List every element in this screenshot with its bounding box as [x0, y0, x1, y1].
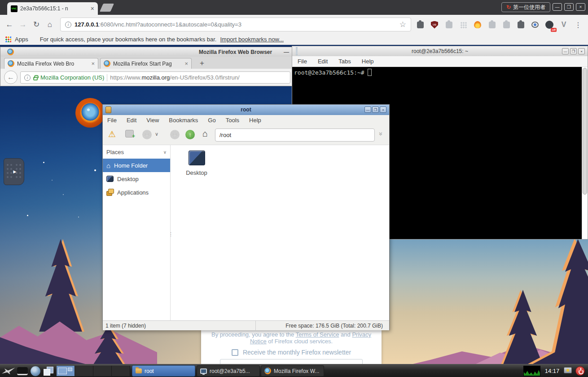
window-minimize-button[interactable]: —	[553, 3, 562, 11]
desktop-folder-icon	[189, 151, 205, 165]
fm-close-button[interactable]: ×	[380, 106, 386, 113]
page-info-icon[interactable]: i	[65, 22, 71, 28]
lock-screen-button[interactable]	[564, 367, 572, 373]
chat-bubble-extension-icon[interactable]	[530, 19, 540, 30]
apps-grid-icon[interactable]	[5, 36, 11, 42]
firefox-minimize-icon[interactable]: —	[284, 49, 289, 55]
warning-icon[interactable]: ⚠	[108, 129, 116, 139]
fm-menu-tools[interactable]: Tools	[226, 117, 239, 124]
vimium-extension-icon[interactable]: V	[558, 19, 569, 30]
workspace-2[interactable]	[75, 366, 93, 376]
web-browser-launcher[interactable]	[31, 365, 40, 377]
home-icon[interactable]: ⌂	[202, 129, 208, 139]
address-bar[interactable]: i 127.0.0.1:6080/vnc.html?autoconnect=1&…	[60, 18, 411, 31]
places-header[interactable]: Places ∨	[103, 145, 170, 159]
terminal-minimize-button[interactable]: —	[562, 48, 569, 54]
terminal-menu-file[interactable]: File	[298, 58, 307, 65]
fm-maximize-button[interactable]: ❐	[372, 106, 379, 113]
taskbar-item-firefox[interactable]: Mozilla Firefox W...	[261, 365, 324, 377]
taskbar-clock[interactable]: 14:17	[541, 365, 563, 377]
file-manager-titlebar[interactable]: root — ❐ ×	[103, 105, 389, 115]
window-close-button[interactable]: ×	[576, 3, 585, 11]
new-tab-button[interactable]	[100, 4, 114, 12]
fm-menu-bookmarks[interactable]: Bookmarks	[169, 117, 198, 124]
workspace-1[interactable]	[57, 366, 75, 376]
terminal-scrollbar[interactable]	[582, 67, 588, 239]
ublock-shield-icon[interactable]: U0	[429, 19, 440, 30]
browser-menu-icon[interactable]: ⋮	[573, 19, 584, 30]
cpu-usage-monitor[interactable]	[523, 366, 540, 376]
terminal-close-button[interactable]: ×	[578, 48, 585, 54]
firefox-titlebar[interactable]: Mozilla Firefox Web Browser —	[0, 47, 292, 57]
extension-puzzle-icon[interactable]	[501, 19, 512, 30]
sidebar-item-home-folder[interactable]: ⌂ Home Folder	[103, 159, 170, 172]
profile-button[interactable]: ↻ 第一位使用者	[501, 2, 550, 12]
extension-puzzle-icon[interactable]	[515, 19, 526, 30]
bookmark-star-icon[interactable]: ☆	[399, 20, 406, 29]
firefox-tabbar: Mozilla Firefox Web Bro × Mozilla Firefo…	[0, 57, 292, 69]
terminal-titlebar[interactable]: root@2e3a7b566c15: ~ — ❐ ×	[292, 46, 588, 56]
workspace-3[interactable]	[93, 366, 112, 376]
novnc-panel-handle[interactable]: ▶	[4, 158, 24, 185]
show-desktop-button[interactable]	[17, 365, 28, 377]
nav-forward-icon[interactable]	[170, 130, 180, 139]
fm-minimize-button[interactable]: —	[364, 106, 371, 113]
reload-icon[interactable]: ↻	[30, 20, 43, 29]
new-tab-icon[interactable]: +	[125, 130, 134, 137]
firefox-new-tab-button[interactable]: +	[200, 59, 204, 68]
terminal-maximize-button[interactable]: ❐	[570, 48, 577, 54]
nav-up-icon[interactable]: ↑	[185, 130, 195, 139]
tab-close-icon[interactable]: ×	[91, 5, 94, 12]
fm-menu-file[interactable]: File	[107, 117, 117, 124]
identity-label[interactable]: Mozilla Corporation (US)	[40, 74, 104, 81]
fm-menu-view[interactable]: View	[146, 117, 159, 124]
nav-back-icon[interactable]	[142, 130, 152, 139]
firefox-tab-inactive[interactable]: Mozilla Firefox Start Pag ×	[100, 58, 192, 69]
tab-close-icon[interactable]: ×	[184, 60, 188, 67]
signup-input-field[interactable]	[220, 359, 363, 364]
start-menu-button[interactable]	[2, 365, 15, 377]
fm-menu-go[interactable]: Go	[208, 117, 215, 124]
iconify-windows-button[interactable]	[44, 365, 53, 377]
extensions-area: U0 off V ⋮	[415, 19, 584, 30]
workspace-4[interactable]	[112, 366, 130, 376]
firefox-tab-active[interactable]: Mozilla Firefox Web Bro ×	[4, 58, 98, 69]
extension-puzzle-icon[interactable]	[443, 19, 454, 30]
file-list-pane[interactable]: Desktop	[171, 145, 389, 320]
tab-close-icon[interactable]: ×	[91, 60, 95, 67]
fm-menu-edit[interactable]: Edit	[127, 117, 136, 124]
back-icon[interactable]: ←	[3, 20, 16, 29]
window-maximize-button[interactable]: ❐	[564, 3, 574, 11]
firefox-urlbar[interactable]: i Mozilla Corporation (US) https://www.m…	[20, 71, 290, 84]
history-chevron-icon[interactable]: ∨	[155, 131, 158, 137]
vnc-desktop: Mozilla Firefox Web Browser — Mozilla Fi…	[0, 45, 588, 364]
pane-splitter-handle[interactable]: ⋮	[168, 231, 173, 237]
terminal-menu-edit[interactable]: Edit	[318, 58, 328, 65]
firefox-back-button[interactable]: ←	[4, 71, 18, 84]
terminal-menu-help[interactable]: Help	[362, 58, 374, 65]
terminal-menu-tabs[interactable]: Tabs	[338, 58, 351, 65]
extension-puzzle-icon[interactable]	[487, 19, 497, 30]
terms-of-service-link[interactable]: Terms of Service	[296, 331, 339, 338]
file-item-desktop[interactable]: Desktop	[181, 151, 212, 176]
home-icon[interactable]: ⌂	[43, 20, 57, 29]
flame-extension-icon[interactable]	[472, 19, 483, 30]
jump-to-icon[interactable]: »	[377, 132, 385, 136]
logout-power-button[interactable]	[575, 366, 585, 376]
extension-puzzle-icon[interactable]	[415, 19, 426, 30]
proxy-off-extension-icon[interactable]: off	[544, 19, 555, 30]
apps-label[interactable]: Apps	[15, 36, 28, 43]
page-info-icon[interactable]: i	[24, 75, 31, 81]
import-bookmarks-link[interactable]: Import bookmarks now...	[220, 36, 284, 43]
terminal-scrollbar-thumb[interactable]	[583, 68, 587, 195]
path-input[interactable]: /root	[215, 129, 375, 142]
browser-tab[interactable]: VNC 2e3a7b566c15:1 - n ×	[7, 2, 98, 15]
extension-grid-icon[interactable]	[458, 19, 469, 30]
newsletter-checkbox[interactable]	[232, 349, 238, 356]
sidebar-item-desktop[interactable]: Desktop	[103, 172, 170, 186]
taskbar-item-filemanager[interactable]: root	[132, 365, 195, 377]
sidebar-item-applications[interactable]: Applications	[103, 186, 170, 199]
taskbar-item-terminal[interactable]: root@2e3a7b5...	[197, 365, 260, 377]
forward-icon[interactable]: →	[16, 20, 30, 29]
fm-menu-help[interactable]: Help	[249, 117, 261, 124]
